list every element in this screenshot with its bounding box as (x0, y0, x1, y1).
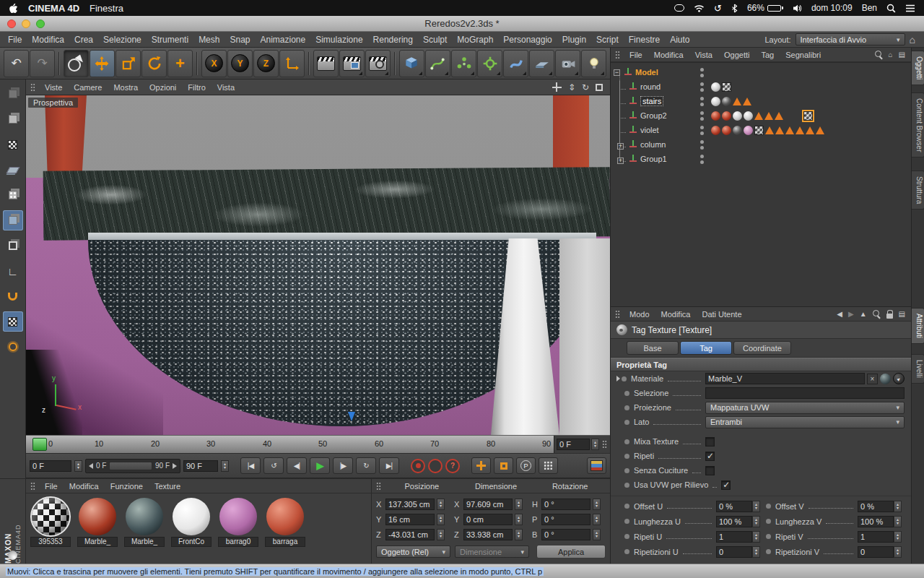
polygon-selection-tag-icon[interactable] (806, 126, 814, 134)
play-reverse-button[interactable]: ↺ (263, 457, 284, 474)
panel-menu-icon[interactable]: ▤ (899, 51, 905, 59)
visibility-dots[interactable] (696, 82, 707, 92)
polygon-selection-tag-icon[interactable] (754, 112, 763, 120)
parameter-dot-icon[interactable] (624, 439, 629, 444)
panel-grip-icon[interactable] (376, 482, 381, 491)
uvw-tag-icon[interactable] (722, 82, 731, 92)
parameter-dot-icon[interactable] (624, 483, 629, 488)
om-menu-segnalibri[interactable]: Segnalibri (780, 51, 827, 59)
material-thumbnail[interactable] (219, 498, 257, 535)
visibility-dots[interactable] (696, 140, 707, 150)
viewport-menu-vista[interactable]: Vista (212, 83, 240, 92)
parameter-dot-icon[interactable] (624, 504, 629, 509)
dimension-mode-dropdown[interactable]: Dimensione (455, 545, 529, 558)
play-button[interactable]: ▶ (310, 457, 330, 474)
material-item[interactable]: FrontCo (171, 498, 212, 547)
home-icon[interactable]: ⌂ (910, 34, 915, 46)
header-rotazione[interactable]: Rotazione (533, 482, 607, 491)
proiezione-dropdown[interactable]: Mappatura UVW (705, 402, 905, 414)
material-menu-file[interactable]: File (39, 482, 64, 491)
tab-content-browser[interactable]: Content Browser (912, 92, 924, 158)
material-thumbnail[interactable] (126, 498, 163, 535)
tab-oggetti[interactable]: Oggetti (912, 51, 924, 85)
am-menu-modo[interactable]: Modo (624, 310, 655, 319)
pan-view-icon[interactable] (552, 82, 562, 92)
spinner-arrows-icon[interactable] (74, 460, 82, 472)
material-tag-icon[interactable] (711, 97, 720, 106)
material-thumbnail[interactable] (266, 498, 304, 535)
menubar-user[interactable]: Ben (862, 3, 877, 13)
add-camera-button[interactable] (555, 50, 580, 77)
record-position-toggle[interactable] (471, 457, 491, 474)
menu-simulazione[interactable]: Simulazione (310, 32, 367, 48)
panel-grip-icon[interactable] (615, 310, 620, 319)
dimension-y-input[interactable] (463, 514, 513, 525)
search-icon[interactable] (875, 51, 883, 59)
panel-grip-icon[interactable] (615, 51, 620, 59)
dimension-x-input[interactable] (463, 499, 513, 510)
current-frame-input[interactable] (30, 460, 71, 472)
material-tag-icon[interactable] (722, 126, 731, 135)
volume-icon[interactable] (793, 4, 802, 12)
position-z-input[interactable] (385, 529, 435, 540)
range-left-arrow-icon[interactable] (89, 463, 93, 469)
material-menu-texture[interactable]: Texture (149, 482, 186, 491)
parameter-dot-icon[interactable] (624, 391, 629, 396)
texture-mode-icon[interactable] (3, 134, 23, 155)
undo-button[interactable]: ↶ (4, 50, 29, 77)
viewport-canvas[interactable]: y x z Prospettiva (26, 95, 610, 435)
polygon-selection-tag-icon[interactable] (796, 126, 804, 134)
add-spline-button[interactable] (425, 50, 450, 77)
goto-start-button[interactable]: |◀ (240, 457, 261, 474)
viewport-menu-camere[interactable]: Camere (68, 83, 108, 92)
parameter-dot-icon[interactable] (766, 504, 771, 509)
offset-v-input[interactable] (858, 501, 894, 512)
selected-texture-tag-icon[interactable] (803, 111, 813, 121)
ripeti-checkbox[interactable] (705, 452, 715, 461)
lock-x-axis-button[interactable]: X (201, 50, 227, 77)
material-item[interactable]: 395353 (30, 498, 71, 547)
chevron-right-icon[interactable] (616, 376, 620, 381)
render-settings-button[interactable] (365, 50, 391, 77)
layout-dropdown[interactable]: Interfaccia di Avvio (796, 33, 905, 46)
zoom-view-icon[interactable]: ⇕ (568, 82, 575, 92)
notification-list-icon[interactable] (905, 4, 915, 12)
render-view-button[interactable] (313, 50, 339, 77)
om-menu-vista[interactable]: Vista (689, 51, 718, 59)
polygon-selection-tag-icon[interactable] (775, 112, 783, 120)
panel-menu-icon[interactable]: ▤ (899, 310, 905, 318)
material-tag-icon[interactable] (711, 82, 720, 92)
recent-tool-button[interactable]: + (167, 50, 193, 77)
notification-bubble-icon[interactable] (674, 4, 684, 12)
range-drag-bar[interactable] (109, 462, 152, 470)
previous-frame-button[interactable]: ◀| (287, 457, 307, 474)
spinner-arrows-icon[interactable] (437, 499, 445, 510)
parameter-dot-icon[interactable] (624, 534, 629, 539)
expand-icon[interactable]: + (617, 158, 624, 164)
am-menu-dati-utente[interactable]: Dati Utente (697, 310, 748, 319)
section-header[interactable]: Proprietà Tag (611, 358, 911, 371)
end-frame-input[interactable] (183, 460, 218, 472)
rotate-view-icon[interactable]: ↻ (582, 82, 589, 92)
spinner-arrows-icon[interactable] (894, 546, 902, 558)
spotlight-search-icon[interactable] (886, 4, 896, 13)
om-menu-file[interactable]: File (624, 51, 648, 59)
loop-button[interactable]: ↻ (356, 457, 376, 474)
menu-strumenti[interactable]: Strumenti (147, 32, 193, 48)
tab-tag[interactable]: Tag (680, 341, 732, 355)
spinner-arrows-icon[interactable] (752, 501, 760, 512)
spinner-arrows-icon[interactable] (894, 531, 902, 543)
lunghezza-u-input[interactable] (716, 516, 752, 527)
menu-aiuto[interactable]: Aiuto (665, 32, 694, 48)
render-picture-viewer-button[interactable] (339, 50, 365, 77)
panel-grip-icon[interactable] (30, 83, 35, 92)
uvw-tag-icon[interactable] (754, 126, 764, 135)
object-mode-dropdown[interactable]: Oggetto (Rel) (376, 545, 450, 558)
offset-u-input[interactable] (716, 501, 752, 512)
apple-icon[interactable] (9, 3, 18, 14)
parameter-dot-icon[interactable] (766, 534, 771, 539)
om-menu-modifica[interactable]: Modifica (648, 51, 689, 59)
autokeying-button[interactable] (428, 459, 443, 473)
redo-button[interactable]: ↷ (30, 50, 55, 77)
menu-personaggio[interactable]: Personaggio (498, 32, 557, 48)
